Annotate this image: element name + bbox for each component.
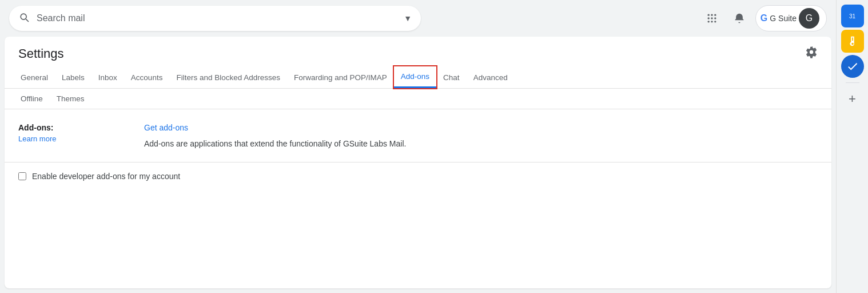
settings-gear-icon[interactable] <box>805 46 818 62</box>
keep-icon[interactable] <box>841 30 864 53</box>
addons-description: Add-ons are applications that extend the… <box>144 139 818 148</box>
topbar-right: G G Suite G <box>700 5 827 31</box>
apps-icon[interactable] <box>700 7 723 30</box>
content-card: Settings General Labels Inbox Accounts F… <box>5 37 831 288</box>
tab-general[interactable]: General <box>14 68 55 88</box>
gsuite-g-letter: G <box>761 13 767 23</box>
developer-checkbox-row: Enable developer add-ons for my account <box>5 163 831 190</box>
tab-addons[interactable]: Add-ons <box>394 66 436 88</box>
tab-forwarding[interactable]: Forwarding and POP/IMAP <box>287 68 394 88</box>
add-sidebar-app-button[interactable]: + <box>841 88 864 110</box>
search-icon <box>18 11 30 26</box>
tab-labels[interactable]: Labels <box>55 68 91 88</box>
learn-more-link[interactable]: Learn more <box>18 134 144 143</box>
tab-themes[interactable]: Themes <box>50 89 91 109</box>
tab-filters[interactable]: Filters and Blocked Addresses <box>169 68 287 88</box>
gsuite-text: G Suite <box>770 14 797 23</box>
svg-point-2 <box>714 14 716 16</box>
search-placeholder: Search mail <box>37 13 397 23</box>
developer-checkbox[interactable] <box>18 172 26 180</box>
topbar: Search mail ▼ G G Suite G <box>0 0 836 37</box>
section-content: Get add-ons Add-ons are applications tha… <box>144 123 818 148</box>
tab-accounts[interactable]: Accounts <box>124 68 170 88</box>
right-sidebar: 31 + <box>836 0 868 293</box>
tab-offline[interactable]: Offline <box>14 89 50 109</box>
search-bar[interactable]: Search mail ▼ <box>9 6 421 31</box>
svg-point-6 <box>707 21 709 22</box>
user-avatar[interactable]: G <box>799 8 819 29</box>
svg-point-3 <box>707 17 709 19</box>
sidebar-divider <box>846 82 859 83</box>
page-title: Settings <box>18 46 64 61</box>
svg-point-4 <box>711 17 712 19</box>
svg-point-0 <box>707 14 709 16</box>
addons-section: Add-ons: Learn more Get add-ons Add-ons … <box>5 109 831 163</box>
svg-point-8 <box>714 21 716 22</box>
get-addons-link[interactable]: Get add-ons <box>144 123 818 132</box>
search-dropdown-icon[interactable]: ▼ <box>404 14 412 23</box>
settings-body: Add-ons: Learn more Get add-ons Add-ons … <box>5 109 831 288</box>
svg-point-1 <box>711 14 712 16</box>
calendar-icon[interactable]: 31 <box>841 5 864 27</box>
notifications-icon[interactable] <box>728 7 751 30</box>
tabs-row-2: Offline Themes <box>5 89 831 109</box>
tab-inbox[interactable]: Inbox <box>91 68 124 88</box>
gsuite-badge[interactable]: G G Suite G <box>755 5 827 31</box>
section-label-title: Add-ons: <box>18 123 53 132</box>
svg-point-7 <box>711 21 712 22</box>
section-label: Add-ons: Learn more <box>18 123 144 143</box>
tab-chat[interactable]: Chat <box>436 68 467 88</box>
svg-point-5 <box>714 17 716 19</box>
developer-checkbox-label[interactable]: Enable developer add-ons for my account <box>32 172 180 181</box>
settings-header: Settings <box>5 37 831 66</box>
tab-advanced[interactable]: Advanced <box>467 68 515 88</box>
tabs-row-1: General Labels Inbox Accounts Filters an… <box>5 66 831 89</box>
tasks-icon[interactable] <box>841 55 864 78</box>
